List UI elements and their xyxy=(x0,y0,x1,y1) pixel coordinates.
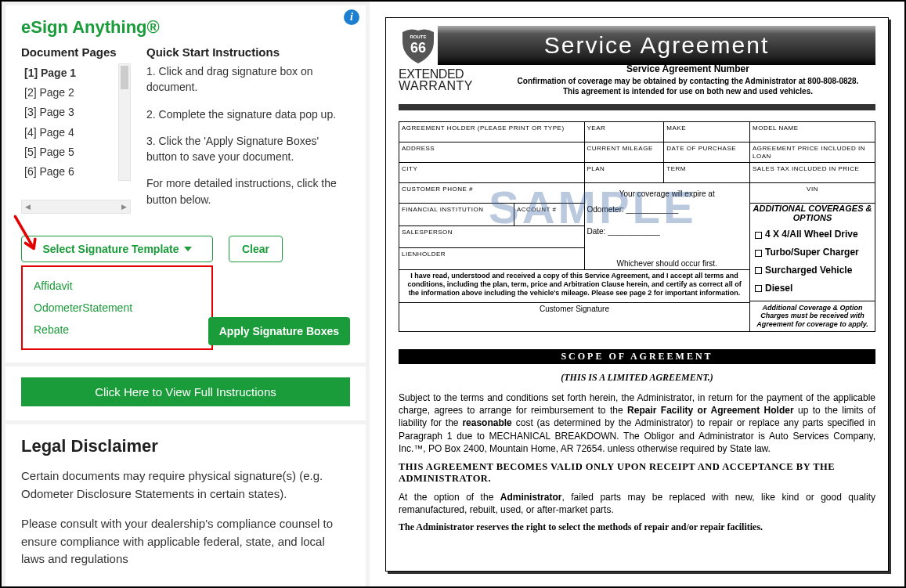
page-item[interactable]: [1] Page 1 xyxy=(21,63,131,83)
scope-paragraph: At the option of the Administrator, fail… xyxy=(399,491,875,516)
legal-panel: Legal Disclaimer Certain documents may r… xyxy=(5,424,366,588)
instruction-step: 3. Click the 'Apply Signature Boxes' but… xyxy=(146,133,350,165)
instruction-step: 1. Click and drag signature box on docum… xyxy=(146,63,350,96)
pages-list: [1] Page 1 [2] Page 2 [3] Page 3 [4] Pag… xyxy=(21,63,131,182)
limited-agreement-text: (THIS IS A LIMITED AGREEMENT.) xyxy=(399,372,875,384)
full-instructions-wrap: Click Here to View Full Instructions xyxy=(5,366,366,420)
pages-heading: Document Pages xyxy=(21,45,131,59)
template-option[interactable]: Affidavit xyxy=(32,275,202,297)
template-option[interactable]: OdometerStatement xyxy=(32,297,202,319)
instructions-heading: Quick Start Instructions xyxy=(146,45,350,59)
h-scrollbar[interactable]: ◀▶ xyxy=(21,200,131,214)
info-icon[interactable]: i xyxy=(344,9,359,25)
document-preview[interactable]: ROUTE 66 Service Agreement EXTENDEDWARRA… xyxy=(385,17,889,572)
svg-text:66: 66 xyxy=(410,40,426,56)
page-item[interactable]: [4] Page 4 xyxy=(24,123,131,142)
valid-notice: THIS AGREEMENT BECOMES VALID ONLY UPON R… xyxy=(399,461,875,485)
instruction-more: For more detailed instructions, click th… xyxy=(146,175,350,207)
select-template-label: Select Signature Template xyxy=(42,243,179,255)
legal-text: Certain documents may require physical s… xyxy=(21,467,350,503)
doc-subtitle: Service Agreement Number Confirmation of… xyxy=(500,63,875,96)
doc-title: Service Agreement xyxy=(438,26,875,65)
scope-paragraph: The Administrator reserves the right to … xyxy=(399,521,875,533)
legal-heading: Legal Disclaimer xyxy=(21,436,350,456)
page-item[interactable]: [6] Page 6 xyxy=(24,162,131,182)
scope-bar: SCOPE OF AGREEMENT xyxy=(399,349,875,364)
divider-bar xyxy=(399,104,875,110)
instruction-step: 2. Complete the signature data pop up. xyxy=(146,106,350,122)
options-list: 4 X 4/All Wheel Drive Turbo/Super Charge… xyxy=(750,222,875,300)
page-item[interactable]: [3] Page 3 xyxy=(24,103,131,122)
select-template-button[interactable]: Select Signature Template xyxy=(21,236,213,262)
page-item[interactable]: [2] Page 2 xyxy=(24,83,131,103)
agreement-form-table: AGREEMENT HOLDER (PLEASE PRINT OR TYPE) … xyxy=(399,121,875,332)
pages-list-wrap: [1] Page 1 [2] Page 2 [3] Page 3 [4] Pag… xyxy=(21,63,131,197)
caret-down-icon xyxy=(184,247,192,251)
esign-panel: i eSign Anything® Document Pages [1] Pag… xyxy=(5,5,366,363)
extended-warranty-logo: EXTENDEDWARRANTY xyxy=(399,68,473,92)
options-footer: Additional Coverage & Option Charges mus… xyxy=(750,301,875,331)
esign-title: eSign Anything® xyxy=(21,17,350,38)
clear-button[interactable]: Clear xyxy=(229,236,283,262)
options-heading: ADDITIONAL COVERAGES & OPTIONS xyxy=(750,204,875,222)
route-66-icon: ROUTE 66 xyxy=(399,26,438,65)
svg-text:ROUTE: ROUTE xyxy=(410,34,427,39)
view-full-instructions-button[interactable]: Click Here to View Full Instructions xyxy=(21,377,350,406)
legal-text: Please consult with your dealership's co… xyxy=(21,515,350,568)
scope-paragraph: Subject to the terms and conditions set … xyxy=(399,391,875,455)
v-scrollbar[interactable] xyxy=(118,63,131,181)
apply-signature-boxes-button[interactable]: Apply Signature Boxes xyxy=(208,317,350,345)
page-item[interactable]: [5] Page 5 xyxy=(24,142,131,162)
